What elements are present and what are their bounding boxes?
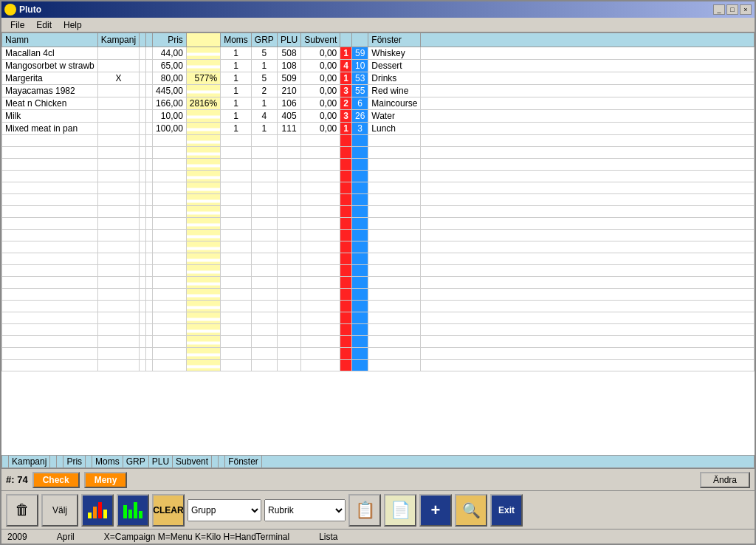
empty-s2 — [146, 289, 153, 301]
cell-plu: 509 — [277, 72, 300, 85]
table-row[interactable]: Meat n Chicken 166,00 2816% 1 1 106 0,00… — [2, 97, 755, 110]
empty-g — [251, 312, 277, 324]
empty-naam — [2, 289, 98, 301]
search-button[interactable]: 🔍 — [455, 494, 487, 527]
main-window: Pluto _ □ × File Edit Help Namn Kampanj … — [0, 0, 756, 545]
bar-chart2-button[interactable] — [117, 494, 149, 527]
cell-fnum2: 26 — [351, 110, 368, 123]
empty-pct — [186, 159, 220, 171]
menu-edit[interactable]: Edit — [30, 18, 58, 32]
table-row[interactable]: Mixed meat in pan 100,00 1 1 111 0,00 1 … — [2, 123, 755, 135]
cell-fnum: 4 — [340, 60, 352, 72]
cell-s2 — [146, 72, 153, 85]
empty-s2 — [146, 301, 153, 312]
cell-plu: 111 — [277, 123, 300, 135]
empty-pct — [186, 206, 220, 218]
cell-flabel: Maincourse — [368, 97, 421, 110]
document2-button[interactable]: 📄 — [384, 494, 416, 527]
bh-naam — [2, 456, 9, 468]
empty-s1 — [140, 194, 146, 206]
empty-s2 — [146, 230, 153, 241]
empty-pct — [186, 253, 220, 265]
cell-flabel: Drinks — [368, 72, 421, 85]
header-moms: Moms — [221, 33, 252, 47]
header-plu: PLU — [277, 33, 300, 47]
cell-grp: 5 — [251, 47, 277, 60]
table-row[interactable]: Milk 10,00 1 4 405 0,00 3 26 Water — [2, 110, 755, 123]
empty-su — [301, 206, 340, 218]
table-row-empty — [2, 348, 755, 360]
cell-pct — [186, 110, 220, 123]
empty-naam — [2, 230, 98, 241]
empty-fill — [421, 360, 755, 371]
trash-icon: 🗑 — [15, 501, 30, 518]
empty-su — [301, 147, 340, 159]
empty-m — [221, 218, 252, 230]
table-row[interactable]: Mangosorbet w strawb 65,00 1 1 108 0,00 … — [2, 60, 755, 72]
empty-pct — [186, 301, 220, 312]
empty-fill — [421, 253, 755, 265]
empty-fl — [368, 265, 421, 277]
table-row[interactable]: Mayacamas 1982 445,00 1 2 210 0,00 3 55 … — [2, 85, 755, 97]
check-button[interactable]: Check — [32, 472, 80, 488]
empty-s1 — [140, 265, 146, 277]
empty-pct — [186, 182, 220, 194]
exit-button[interactable]: Exit — [490, 494, 523, 527]
empty-p — [153, 194, 187, 206]
table-row[interactable]: Macallan 4cl 44,00 1 5 508 0,00 1 59 Whi… — [2, 47, 755, 60]
maximize-button[interactable]: □ — [726, 4, 738, 15]
empty-fn2 — [351, 289, 368, 301]
close-button[interactable]: × — [740, 4, 752, 15]
clear-button[interactable]: CLEAR — [152, 494, 185, 527]
bh-s2 — [57, 456, 63, 468]
empty-naam — [2, 218, 98, 230]
empty-pl — [277, 336, 300, 348]
document-button[interactable]: 📋 — [348, 494, 381, 527]
cell-s2 — [146, 60, 153, 72]
meny-button[interactable]: Meny — [84, 472, 128, 488]
empty-p — [153, 147, 187, 159]
empty-m — [221, 360, 252, 371]
plus-button[interactable]: + — [419, 494, 452, 527]
cell-subvent: 0,00 — [301, 123, 340, 135]
empty-m — [221, 265, 252, 277]
bh-moms: Moms — [92, 456, 123, 468]
empty-p — [153, 171, 187, 182]
empty-p — [153, 277, 187, 289]
trash-button[interactable]: 🗑 — [6, 494, 38, 527]
table-container: Namn Kampanj Pris Moms GRP PLU Subvent F… — [1, 32, 755, 455]
empty-k — [97, 312, 139, 324]
header-pris: Pris — [153, 33, 187, 47]
empty-g — [251, 348, 277, 360]
status-year: 2009 — [7, 532, 27, 542]
rubrik-select[interactable]: Rubrik — [264, 499, 346, 521]
menu-help[interactable]: Help — [58, 18, 88, 32]
empty-fn1 — [340, 265, 352, 277]
andra-button[interactable]: Ändra — [700, 472, 750, 488]
cell-pct — [186, 123, 220, 135]
empty-fn1 — [340, 230, 352, 241]
cell-subvent: 0,00 — [301, 97, 340, 110]
empty-s2 — [146, 324, 153, 336]
empty-su — [301, 324, 340, 336]
empty-s1 — [140, 324, 146, 336]
table-row[interactable]: Margerita X 80,00 577% 1 5 509 0,00 1 53… — [2, 72, 755, 85]
table-row-empty — [2, 171, 755, 182]
window-title: Pluto — [19, 4, 41, 15]
cell-s1 — [140, 72, 146, 85]
valj-button[interactable]: Välj — [41, 494, 78, 527]
empty-p — [153, 218, 187, 230]
minimize-button[interactable]: _ — [713, 4, 725, 15]
cell-naam: Meat n Chicken — [2, 97, 98, 110]
cell-pris: 44,00 — [153, 47, 187, 60]
group-select[interactable]: Grupp — [188, 499, 261, 521]
empty-pct — [186, 171, 220, 182]
table-row-empty — [2, 289, 755, 301]
clear-label: CLEAR — [153, 505, 183, 515]
empty-fl — [368, 147, 421, 159]
empty-s2 — [146, 265, 153, 277]
empty-fn1 — [340, 135, 352, 147]
cell-pct — [186, 85, 220, 97]
bar-chart1-button[interactable] — [81, 494, 114, 527]
menu-file[interactable]: File — [4, 18, 30, 32]
